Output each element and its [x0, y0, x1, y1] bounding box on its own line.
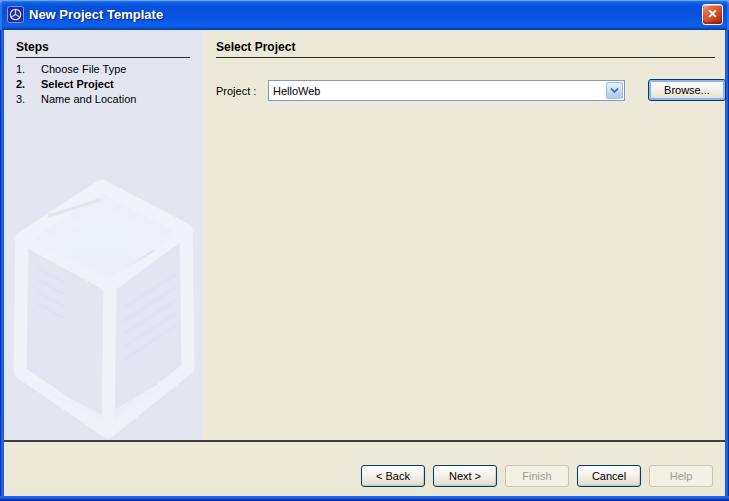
select-project-header-rule [216, 57, 715, 58]
chevron-down-icon [610, 88, 619, 94]
select-project-panel: Select Project Project : Browse... [203, 30, 725, 440]
window-border-right [725, 30, 729, 501]
step-name-and-location: 3. Name and Location [4, 92, 203, 107]
dialog-content: Steps 1. Choose File Type 2. Select Proj… [4, 30, 725, 496]
finish-button: Finish [505, 465, 569, 487]
new-project-template-dialog: New Project Template ✕ Steps 1. Choose F… [0, 0, 729, 501]
project-combobox-dropdown-button[interactable] [606, 82, 623, 99]
step-choose-file-type: 1. Choose File Type [4, 62, 203, 77]
help-button: Help [649, 465, 713, 487]
steps-list: 1. Choose File Type 2. Select Project 3.… [4, 62, 203, 107]
netbeans-cube-icon [7, 6, 24, 23]
browse-button[interactable]: Browse... [648, 79, 726, 101]
footer-button-bar: < Back Next > Finish Cancel Help [4, 442, 725, 496]
window-border-bottom [0, 496, 729, 501]
project-label: Project : [216, 85, 256, 97]
window-title: New Project Template [29, 7, 702, 22]
project-field-row: Project : Browse... [216, 79, 715, 103]
back-button[interactable]: < Back [361, 465, 425, 487]
project-combobox[interactable] [268, 80, 625, 101]
steps-header-rule [16, 57, 190, 58]
steps-header: Steps [16, 40, 49, 54]
titlebar[interactable]: New Project Template ✕ [0, 0, 729, 30]
cancel-button[interactable]: Cancel [577, 465, 641, 487]
close-button[interactable]: ✕ [702, 4, 723, 25]
project-combobox-input[interactable] [269, 81, 605, 100]
next-button[interactable]: Next > [433, 465, 497, 487]
select-project-header: Select Project [216, 40, 295, 54]
close-icon: ✕ [707, 7, 717, 21]
step-select-project: 2. Select Project [4, 77, 203, 92]
cube-watermark-image [4, 158, 203, 440]
steps-panel: Steps 1. Choose File Type 2. Select Proj… [4, 30, 203, 440]
